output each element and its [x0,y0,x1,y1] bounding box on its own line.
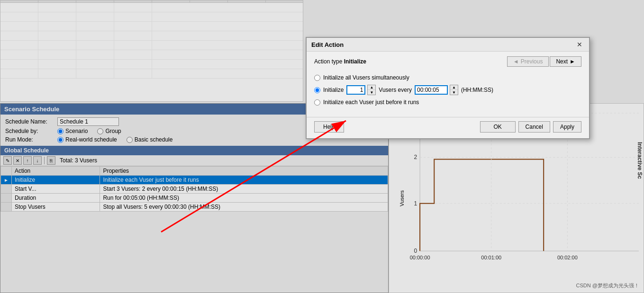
dialog-body: Action type Initialize ◄ Run Mode: Previ… [307,52,589,117]
time-spinner-up-arrow[interactable]: ▲ [450,85,458,90]
next-chevron-icon: ► [570,58,575,65]
dialog-footer: Help OK Cancel Apply [307,117,589,138]
time-spinner-input[interactable] [415,85,448,95]
option1-radio[interactable] [314,75,320,81]
close-button[interactable]: ✕ [575,41,584,48]
help-button[interactable]: Help [314,121,344,133]
option1-label[interactable]: Initialize all Vusers simultaneously [323,74,409,81]
footer-right: OK Cancel Apply [480,121,581,133]
option1-row: Initialize all Vusers simultaneously [314,74,581,81]
dialog-titlebar: Edit Action ✕ [307,38,589,52]
option2-row: Initialize ▲ ▼ Vusers every ▲ ▼ (H [314,85,581,95]
option3-label[interactable]: Initialize each Vuser just before it run… [323,99,419,106]
cancel-button[interactable]: Cancel [518,121,550,133]
prev-chevron-icon: ◄ [513,58,519,65]
option2-format: (HH:MM:SS) [461,87,493,93]
spinner-arrows: ▲ ▼ [367,85,376,95]
action-type-label: Action type Initialize [314,58,366,65]
option2-radio[interactable] [314,87,320,93]
option3-row: Initialize each Vuser just before it run… [314,99,581,106]
spinner-group: ▲ ▼ [346,85,376,95]
option3-radio[interactable] [314,99,320,106]
spinner-down-arrow[interactable]: ▼ [368,90,375,95]
options-section: Initialize all Vusers simultaneously Ini… [314,74,581,106]
vusers-spinner-input[interactable] [346,85,365,95]
spinner-up-arrow[interactable]: ▲ [368,85,375,90]
action-type-row: Action type Initialize ◄ Run Mode: Previ… [314,56,581,70]
option2-prefix[interactable]: Initialize [323,87,344,93]
time-spinner-down-arrow[interactable]: ▼ [450,90,458,95]
time-spinner-group: ▲ ▼ [415,85,458,95]
option2-middle: Vusers every [379,87,412,93]
next-button[interactable]: Next ► [550,56,581,67]
time-spinner-arrows: ▲ ▼ [450,85,458,95]
dialog-title: Edit Action [311,41,344,48]
previous-button[interactable]: ◄ Run Mode: Previous [507,56,549,67]
ok-button[interactable]: OK [480,121,516,133]
footer-left: Help [314,121,344,133]
edit-action-dialog: Edit Action ✕ Action type Initialize ◄ R… [306,37,590,139]
apply-button[interactable]: Apply [553,121,581,133]
nav-buttons: ◄ Run Mode: Previous Next ► [507,56,581,67]
